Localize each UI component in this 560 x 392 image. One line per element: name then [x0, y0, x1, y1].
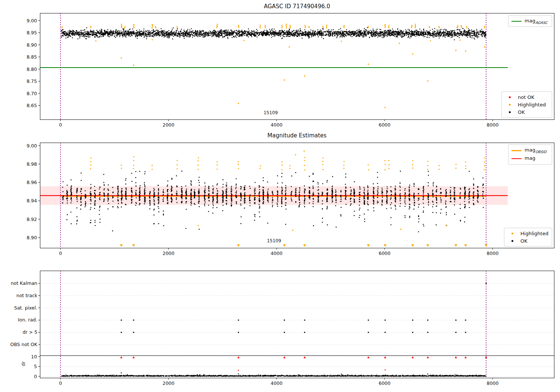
flag-label-obs-not-ok: OBS not OK — [0, 342, 37, 347]
svg-text:8.90: 8.90 — [27, 42, 37, 48]
chart-canvas: 020004000600080009.008.958.908.858.808.7… — [0, 0, 560, 392]
plot2-obsid-annotation: 15109 — [257, 238, 291, 243]
svg-text:8.90: 8.90 — [27, 235, 37, 240]
svg-text:8.94: 8.94 — [27, 198, 37, 203]
svg-text:6000: 6000 — [379, 380, 391, 386]
orange-line-swatch — [511, 150, 522, 151]
plot2-title: Magnitude Estimates — [40, 132, 554, 139]
dr-axis-label: dr — [21, 358, 26, 370]
legend-mid-markers: Highlighted OK — [504, 228, 552, 246]
red-dot-icon — [509, 96, 511, 98]
svg-text:9.00: 9.00 — [27, 18, 37, 24]
flag-label-not-track: not track — [0, 293, 37, 298]
svg-text:8.95: 8.95 — [27, 30, 37, 35]
svg-text:8000: 8000 — [487, 122, 499, 128]
svg-text:0: 0 — [59, 122, 62, 128]
flag-label-not-kalman: not Kalman — [0, 280, 37, 286]
svg-text:6000: 6000 — [379, 251, 391, 256]
legend-row-mag-obsid: magOBSID — [511, 147, 549, 155]
plot1-axes: 020004000600080009.008.958.908.858.808.7… — [27, 13, 554, 128]
legend-label: mag — [525, 155, 535, 162]
legend-row-highlighted: Highlighted — [507, 230, 549, 237]
legend-label: not OK — [518, 94, 534, 100]
svg-text:6000: 6000 — [379, 122, 391, 128]
svg-text:8.65: 8.65 — [27, 103, 37, 108]
svg-text:4000: 4000 — [271, 380, 283, 386]
plot1-obsid-annotation: 15109 — [254, 110, 287, 115]
flag-label-sat-pixel: Sat. pixel. — [0, 305, 37, 311]
legend-row-ok: OK — [505, 109, 549, 116]
legend-row-not-ok: not OK — [505, 93, 549, 101]
svg-text:8.92: 8.92 — [27, 217, 37, 222]
legend-row-mag-agasc: magAGASC — [511, 17, 549, 25]
svg-text:0: 0 — [59, 380, 62, 386]
svg-text:8.96: 8.96 — [27, 180, 37, 185]
legend-mag-agasc: magAGASC — [508, 15, 552, 27]
black-dot-icon — [511, 240, 513, 242]
legend-row-highlighted: Highlighted — [505, 101, 549, 108]
figure: 020004000600080009.008.958.908.858.808.7… — [0, 0, 560, 392]
red-line-swatch — [511, 158, 522, 159]
legend-row-mag: mag — [511, 155, 549, 163]
svg-text:8000: 8000 — [487, 380, 499, 386]
green-line-swatch — [511, 21, 522, 22]
svg-text:8.80: 8.80 — [27, 66, 37, 72]
flag-label-ion-rad: Ion. rad. — [0, 317, 37, 323]
legend-label: OK — [520, 238, 528, 244]
svg-text:4000: 4000 — [271, 251, 283, 256]
svg-text:10: 10 — [31, 354, 37, 360]
svg-text:2000: 2000 — [162, 251, 174, 256]
legend-mag-lines: magOBSID mag — [508, 144, 552, 165]
orange-dot-icon — [511, 233, 513, 234]
svg-text:2000: 2000 — [162, 380, 174, 386]
plot1-title: AGASC ID 717490496.0 — [40, 3, 554, 10]
legend-label: OK — [518, 109, 525, 115]
svg-text:8.75: 8.75 — [27, 78, 37, 84]
legend-row-ok: OK — [507, 237, 549, 245]
svg-text:9.00: 9.00 — [27, 143, 37, 149]
legend-label: magOBSID — [525, 147, 547, 154]
legend-label: Highlighted — [518, 102, 546, 108]
svg-text:2000: 2000 — [162, 122, 174, 128]
legend-top-markers: not OK Highlighted OK — [501, 91, 552, 118]
orange-dot-icon — [509, 104, 511, 106]
svg-text:8000: 8000 — [487, 251, 499, 256]
svg-text:0: 0 — [34, 374, 37, 379]
legend-label: magAGASC — [525, 18, 548, 25]
svg-text:8.98: 8.98 — [27, 161, 37, 167]
black-dot-icon — [509, 111, 511, 113]
svg-text:0: 0 — [59, 251, 62, 256]
legend-label: Highlighted — [520, 231, 548, 236]
plot3-axes: 020004000600080001050 — [31, 271, 554, 386]
flag-label-dr-gt-5: dr > 5 — [0, 329, 37, 335]
svg-text:8.70: 8.70 — [27, 91, 37, 96]
svg-text:4000: 4000 — [271, 122, 283, 128]
svg-text:8.85: 8.85 — [27, 54, 37, 60]
svg-text:5: 5 — [34, 364, 37, 369]
